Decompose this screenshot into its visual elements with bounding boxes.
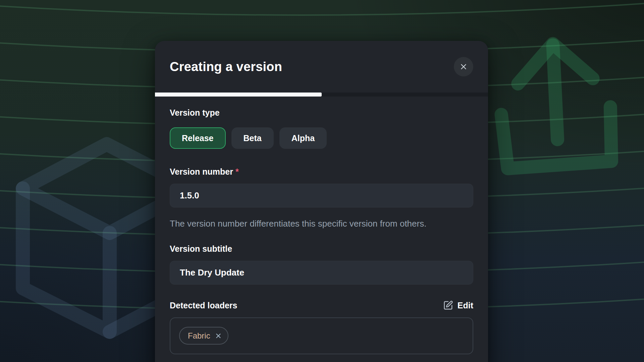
detected-loaders-box: Fabric	[170, 317, 473, 354]
close-button[interactable]	[454, 57, 473, 76]
detected-loaders-field: Detected loaders Edit Fabric	[170, 300, 473, 354]
version-number-input[interactable]	[170, 184, 473, 207]
page-background: Creating a version Version type Release …	[0, 0, 644, 362]
version-type-options: Release Beta Alpha	[170, 127, 473, 149]
progress-track	[155, 93, 488, 97]
detected-loaders-label: Detected loaders	[170, 300, 237, 310]
modal-title: Creating a version	[170, 60, 282, 74]
detected-loaders-header: Detected loaders Edit	[170, 300, 473, 310]
upload-icon	[497, 40, 614, 169]
progress-fill	[155, 93, 322, 97]
version-subtitle-input[interactable]	[170, 261, 473, 285]
version-subtitle-label: Version subtitle	[170, 244, 473, 254]
version-type-beta-button[interactable]: Beta	[231, 127, 274, 149]
version-type-alpha-button[interactable]: Alpha	[279, 127, 327, 149]
version-type-release-button[interactable]: Release	[170, 127, 226, 149]
version-number-field: Version number* The version number diffe…	[170, 167, 473, 231]
version-type-label: Version type	[170, 108, 473, 118]
loader-chip-fabric: Fabric	[179, 327, 228, 345]
edit-button-label: Edit	[458, 301, 473, 310]
close-icon	[459, 62, 468, 71]
version-type-field: Version type Release Beta Alpha	[170, 108, 473, 149]
loader-chip-label: Fabric	[188, 331, 210, 341]
version-number-label: Version number*	[170, 167, 473, 177]
version-number-help: The version number differentiates this s…	[170, 216, 453, 231]
create-version-modal: Creating a version Version type Release …	[155, 41, 488, 362]
edit-icon	[443, 300, 453, 310]
modal-body: Version type Release Beta Alpha Version …	[155, 97, 488, 362]
modal-header: Creating a version	[155, 41, 488, 93]
remove-icon	[215, 332, 222, 340]
required-asterisk: *	[235, 167, 239, 176]
version-subtitle-field: Version subtitle	[170, 244, 473, 285]
edit-loaders-button[interactable]: Edit	[443, 300, 473, 310]
remove-loader-button[interactable]	[215, 332, 222, 340]
